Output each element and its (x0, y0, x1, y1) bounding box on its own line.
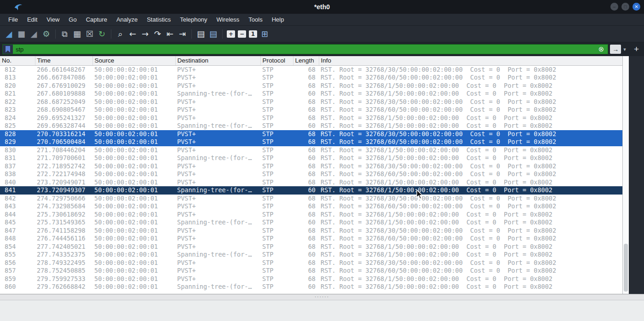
column-header-length[interactable]: Length (293, 56, 319, 65)
cell-source: 50:00:00:02:00:01 (92, 98, 175, 106)
packet-row[interactable]: 841273.72094930750:00:00:02:00:01Spannin… (0, 186, 622, 195)
go-to-packet-icon[interactable]: ↷ (151, 28, 164, 40)
go-first-packet-icon[interactable]: ⇤ (164, 28, 176, 40)
scrollbar-thumb[interactable] (624, 244, 628, 291)
packet-row[interactable]: 854277.74240502150:00:00:02:00:01PVST+ST… (0, 243, 622, 251)
cell-destination: PVST+ (175, 195, 260, 203)
packet-row[interactable]: 829270.70650048450:00:00:02:00:01PVST+ST… (0, 138, 622, 146)
column-header-protocol[interactable]: Protocol (260, 56, 293, 65)
packet-row[interactable]: 859279.75992753350:00:00:02:00:01PVST+ST… (0, 275, 622, 283)
packet-row[interactable]: 823268.69080546750:00:00:02:00:01PVST+ST… (0, 106, 622, 114)
cell-no: 830 (0, 146, 35, 155)
packet-row[interactable]: 837272.71895274250:00:00:02:00:01PVST+ST… (0, 162, 622, 171)
go-back-icon[interactable]: ← (126, 28, 139, 40)
capture-stop-icon[interactable]: ■ (15, 28, 28, 40)
cell-info: RST. Root = 32768/60/50:00:00:02:00:00 C… (319, 74, 622, 82)
menu-view[interactable]: View (42, 14, 64, 25)
cell-info: RST. Root = 32768/60/50:00:00:02:00:00 C… (319, 138, 622, 146)
maximize-button[interactable]: □ (621, 3, 629, 11)
column-header-source[interactable]: Source (92, 56, 175, 65)
packet-row[interactable]: 860279.76266884250:00:00:02:00:01Spannin… (0, 283, 622, 291)
display-filter-field[interactable]: ⊗ (2, 44, 608, 54)
cell-protocol: STP (260, 114, 293, 122)
menu-tools[interactable]: Tools (244, 14, 267, 25)
close-button[interactable]: ✕ (632, 3, 640, 11)
close-capture-icon[interactable]: ☒ (83, 28, 96, 40)
menu-wireless[interactable]: Wireless (212, 14, 244, 25)
column-header-destination[interactable]: Destination (175, 56, 260, 65)
capture-options-icon[interactable]: ⚙ (40, 28, 52, 40)
column-header-no[interactable]: No. (0, 56, 35, 65)
zoom-normal-icon[interactable]: 1 (249, 30, 257, 38)
cell-protocol: STP (260, 202, 293, 211)
packet-row[interactable]: 822268.68725204950:00:00:02:00:01PVST+ST… (0, 98, 622, 106)
packet-row[interactable]: 856278.74932249550:00:00:02:00:01PVST+ST… (0, 259, 622, 267)
packet-row[interactable]: 848276.74445611650:00:00:02:00:01PVST+ST… (0, 235, 622, 243)
cell-no: 848 (0, 235, 35, 243)
cell-time: 272.718952742 (35, 162, 92, 171)
cell-protocol: STP (260, 218, 293, 227)
filter-dropdown-icon[interactable]: ▾ (621, 46, 628, 52)
cell-time: 279.759927533 (35, 275, 92, 283)
cell-no: 856 (0, 259, 35, 267)
save-capture-icon[interactable]: ▦ (71, 28, 83, 40)
packet-row[interactable]: 824269.69524132750:00:00:02:00:01PVST+ST… (0, 114, 622, 122)
packet-row[interactable]: 857278.75245088550:00:00:02:00:01PVST+ST… (0, 267, 622, 275)
add-filter-button[interactable]: + (631, 44, 642, 54)
resize-columns-icon[interactable]: ⊞ (259, 28, 271, 40)
zoom-in-icon[interactable]: + (227, 30, 235, 38)
packet-list[interactable]: No.TimeSourceDestinationProtocolLengthIn… (0, 56, 622, 294)
menu-go[interactable]: Go (64, 14, 81, 25)
packet-row[interactable]: 838272.72217494850:00:00:02:00:01PVST+ST… (0, 170, 622, 178)
vertical-scrollbar[interactable] (622, 56, 629, 294)
packet-row[interactable]: 844275.73061869250:00:00:02:00:01PVST+ST… (0, 211, 622, 219)
cell-info: RST. Root = 32768/30/50:00:00:02:00:00 C… (319, 130, 622, 138)
minimize-button[interactable]: – (610, 3, 618, 11)
menu-edit[interactable]: Edit (23, 14, 42, 25)
column-header-time[interactable]: Time (35, 56, 92, 65)
cell-destination: PVST+ (175, 114, 260, 122)
menu-capture[interactable]: Capture (81, 14, 112, 25)
packet-row[interactable]: 840273.72094907150:00:00:02:00:01PVST+ST… (0, 178, 622, 187)
packet-row[interactable]: 843274.73298568450:00:00:02:00:01PVST+ST… (0, 202, 622, 211)
go-forward-icon[interactable]: → (139, 28, 151, 40)
autoscroll-icon[interactable]: ▤ (195, 28, 207, 40)
splitter-handle-icon[interactable]: ······ (315, 295, 329, 299)
packet-row[interactable]: 831271.70970060150:00:00:02:00:01Spannin… (0, 154, 622, 162)
filter-bookmark-icon[interactable] (3, 45, 13, 54)
cell-destination: Spanning-tree-(for-… (175, 186, 260, 195)
cell-source: 50:00:00:02:00:01 (92, 235, 175, 243)
packet-row[interactable]: 830271.70844620450:00:00:02:00:01PVST+ST… (0, 146, 622, 155)
go-last-packet-icon[interactable]: ⇥ (176, 28, 189, 40)
find-packet-icon[interactable]: ⌕ (114, 28, 126, 40)
open-capture-icon[interactable]: ⧉ (58, 28, 71, 40)
capture-restart-icon[interactable]: ◢ (28, 28, 40, 40)
cell-time: 268.687252049 (35, 98, 92, 106)
colorize-icon[interactable]: ▤ (207, 28, 219, 40)
clear-filter-icon[interactable]: ⊗ (595, 45, 608, 53)
packet-row[interactable]: 821267.68010988850:00:00:02:00:01Spannin… (0, 90, 622, 98)
menu-analyze[interactable]: Analyze (112, 14, 142, 25)
packet-row[interactable]: 842274.72975066650:00:00:02:00:01PVST+ST… (0, 195, 622, 203)
menu-statistics[interactable]: Statistics (142, 14, 175, 25)
packet-row[interactable]: 813266.66784708650:00:00:02:00:01PVST+ST… (0, 74, 622, 82)
cell-length: 68 (293, 202, 319, 211)
packet-row[interactable]: 845275.73154936550:00:00:02:00:01Spannin… (0, 218, 622, 227)
zoom-out-icon[interactable]: − (238, 30, 246, 38)
menu-telephony[interactable]: Telephony (175, 14, 212, 25)
display-filter-input[interactable] (13, 45, 595, 54)
pane-splitter[interactable]: ······ (0, 294, 644, 300)
apply-filter-icon[interactable]: → (610, 45, 621, 54)
capture-start-icon[interactable]: ◢ (3, 28, 15, 40)
packet-row[interactable]: 828270.70331621450:00:00:02:00:01PVST+ST… (0, 130, 622, 138)
menu-file[interactable]: File (4, 14, 23, 25)
packet-row[interactable]: 820267.67691002950:00:00:02:00:01PVST+ST… (0, 82, 622, 90)
packet-row[interactable]: 812266.66164826750:00:00:02:00:01PVST+ST… (0, 65, 622, 74)
packet-row[interactable]: 855277.74335237550:00:00:02:00:01Spannin… (0, 251, 622, 259)
column-header-info[interactable]: Info (319, 56, 622, 65)
menu-help[interactable]: Help (267, 14, 289, 25)
packet-row[interactable]: 825269.69632874450:00:00:02:00:01Spannin… (0, 122, 622, 130)
cell-no: 837 (0, 162, 35, 171)
packet-row[interactable]: 847276.74115829850:00:00:02:00:01PVST+ST… (0, 227, 622, 235)
reload-capture-icon[interactable]: ↻ (96, 28, 108, 40)
